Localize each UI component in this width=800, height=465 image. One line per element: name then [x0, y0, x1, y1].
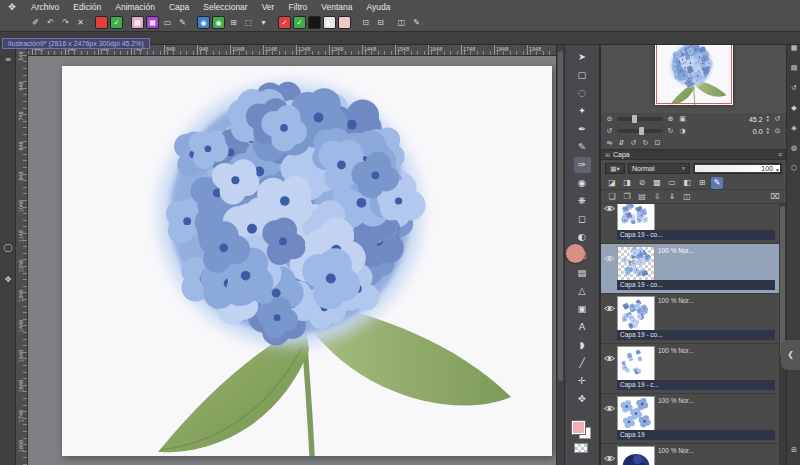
- navigator-preview[interactable]: [601, 33, 786, 113]
- zoom-out-icon[interactable]: ⊖: [605, 115, 614, 123]
- main-color-swatch[interactable]: [572, 421, 585, 434]
- text-tool[interactable]: A: [574, 319, 591, 335]
- new-raster-layer-icon[interactable]: ❏: [606, 191, 618, 203]
- menu-animacin[interactable]: Animación: [108, 0, 162, 14]
- gradient-panel-tab-icon[interactable]: ▤: [788, 62, 800, 74]
- figure-tool[interactable]: △: [574, 283, 591, 299]
- menu-filtro[interactable]: Filtro: [281, 0, 314, 14]
- layer-visibility-eye-icon[interactable]: [604, 396, 617, 441]
- blend-tool[interactable]: ◐: [574, 229, 591, 245]
- fill-green-swatch[interactable]: ✓: [110, 16, 123, 29]
- hand-shortcut-icon[interactable]: ✥: [2, 275, 14, 284]
- gradient-tool[interactable]: ▤: [574, 265, 591, 281]
- pen-settings-icon[interactable]: ✎: [176, 16, 189, 29]
- edit-target-icon[interactable]: ✎: [711, 177, 723, 189]
- layer-thumbnail[interactable]: [617, 246, 655, 284]
- quick-access-icon[interactable]: ≡: [2, 55, 14, 64]
- fill-red-swatch[interactable]: [95, 16, 108, 29]
- reset-view-icon[interactable]: ⊡: [653, 139, 662, 147]
- rotate-slider-handle[interactable]: [639, 127, 644, 135]
- subview-panel-tab-icon[interactable]: ◍: [788, 142, 800, 154]
- caret-down-icon[interactable]: ▾: [257, 16, 270, 29]
- marquee-tool[interactable]: ▢: [574, 67, 591, 83]
- brush-tool[interactable]: ✑: [574, 157, 591, 173]
- layer-visibility-eye-icon[interactable]: [604, 296, 617, 341]
- new-folder-icon[interactable]: ▤: [636, 191, 648, 203]
- scrollbar-handle[interactable]: [558, 51, 563, 381]
- layer-visibility-eye-icon[interactable]: [604, 446, 617, 465]
- opacity-slider[interactable]: 100 ▼: [693, 163, 782, 174]
- zoom-slider-handle[interactable]: [632, 115, 637, 123]
- rotate-stepper[interactable]: ▲▼: [766, 127, 770, 135]
- item-panel-tab-icon[interactable]: ⬡: [788, 162, 800, 174]
- edit-icon[interactable]: ✎: [410, 16, 423, 29]
- layer-row-6[interactable]: 100 % Nor...: [601, 444, 779, 465]
- zoom-in-icon[interactable]: ⊕: [666, 115, 675, 123]
- layer-name[interactable]: Capa 19: [617, 430, 775, 440]
- bw-swatch[interactable]: ◧: [323, 16, 336, 29]
- app-hand-icon[interactable]: ✥: [0, 2, 24, 12]
- material-panel-tab-icon[interactable]: ◈: [788, 122, 800, 134]
- history-panel-tab-icon[interactable]: ↺: [788, 82, 800, 94]
- rotate-cw-icon[interactable]: ↻: [641, 139, 650, 147]
- collapse-arrow-icon[interactable]: ❮: [781, 340, 800, 370]
- rotate-right-icon[interactable]: ↻: [666, 127, 675, 135]
- transfer-down-icon[interactable]: ⇩: [651, 191, 663, 203]
- layer-name[interactable]: Capa 19 - co...: [617, 230, 775, 240]
- menu-ver[interactable]: Ver: [255, 0, 282, 14]
- check-green-swatch[interactable]: ✓: [293, 16, 306, 29]
- check-red-swatch[interactable]: ✓: [278, 16, 291, 29]
- enable-mask-icon[interactable]: ▭: [666, 177, 678, 189]
- lock-transparent-icon[interactable]: ▩: [651, 177, 663, 189]
- menu-seleccionar[interactable]: Seleccionar: [196, 0, 254, 14]
- screen-mode-icon[interactable]: ⊡: [359, 16, 372, 29]
- layer-thumbnail[interactable]: [617, 346, 655, 384]
- pink-swatch[interactable]: [338, 16, 351, 29]
- canvas-vertical-scrollbar[interactable]: [556, 45, 564, 465]
- snap-blue-icon[interactable]: ◉: [197, 16, 210, 29]
- material-panel-icon[interactable]: ◫: [395, 16, 408, 29]
- timeline-panel-tab-icon[interactable]: ⊞: [788, 444, 800, 456]
- flip-horizontal-icon[interactable]: ⇋: [605, 139, 614, 147]
- info-panel-tab-icon[interactable]: ◆: [788, 102, 800, 114]
- menu-edicin[interactable]: Edición: [66, 0, 108, 14]
- workspace-icon[interactable]: ⊟: [374, 16, 387, 29]
- layers-header[interactable]: ⊞ Capa ≡: [601, 149, 786, 160]
- operation-tool[interactable]: ➤: [574, 49, 591, 65]
- selection-icon[interactable]: ⬚: [242, 16, 255, 29]
- layer-name[interactable]: Capa 19 - co...: [617, 330, 775, 340]
- pencil-tool[interactable]: ✎: [574, 139, 591, 155]
- menu-capa[interactable]: Capa: [162, 0, 196, 14]
- zoom-stepper[interactable]: ▲▼: [766, 115, 770, 123]
- layer-row-2[interactable]: 100 % Nor...Capa 19 - co...: [601, 244, 779, 294]
- pattern-pink-swatch[interactable]: ▦: [131, 16, 144, 29]
- layer-visibility-eye-icon[interactable]: [604, 204, 617, 241]
- pen-tool[interactable]: ✒: [574, 121, 591, 137]
- frame-tool[interactable]: ▣: [574, 301, 591, 317]
- flip-vertical-icon[interactable]: ⇵: [617, 139, 626, 147]
- clear-icon[interactable]: ✕: [74, 16, 87, 29]
- grid-icon[interactable]: ⊞: [227, 16, 240, 29]
- transparent-color-swatch[interactable]: [574, 443, 588, 453]
- fit-to-screen-icon[interactable]: ▣: [678, 115, 687, 123]
- ruler-layer-icon[interactable]: ◧: [681, 177, 693, 189]
- color-wheel-icon[interactable]: ◯: [2, 243, 14, 252]
- eyedropper-tool[interactable]: ✛: [574, 373, 591, 389]
- rotate-reset-icon[interactable]: ⊙: [773, 127, 782, 135]
- layer-thumbnail[interactable]: [617, 446, 655, 465]
- snap-green-icon[interactable]: ◉: [212, 16, 225, 29]
- rotate-slider[interactable]: [617, 129, 663, 133]
- tool-property-icon[interactable]: ✐: [29, 16, 42, 29]
- document-tab[interactable]: Ilustración9* (2816 x 2476px 300dpi 45.2…: [2, 38, 150, 49]
- menu-ayuda[interactable]: Ayuda: [360, 0, 398, 14]
- scrollbar-handle[interactable]: [780, 206, 785, 356]
- zoom-slider[interactable]: [617, 117, 663, 121]
- undo-icon[interactable]: ↶: [44, 16, 57, 29]
- mask-icon[interactable]: ◫: [681, 191, 693, 203]
- new-vector-layer-icon[interactable]: ❐: [621, 191, 633, 203]
- wand-tool[interactable]: ✦: [574, 103, 591, 119]
- layer-row-4[interactable]: 100 % Nor...Capa 19 - c...: [601, 344, 779, 394]
- delete-layer-icon[interactable]: ⌧: [769, 191, 781, 203]
- merge-down-icon[interactable]: ⇓: [666, 191, 678, 203]
- navigator-thumbnail[interactable]: [655, 41, 733, 105]
